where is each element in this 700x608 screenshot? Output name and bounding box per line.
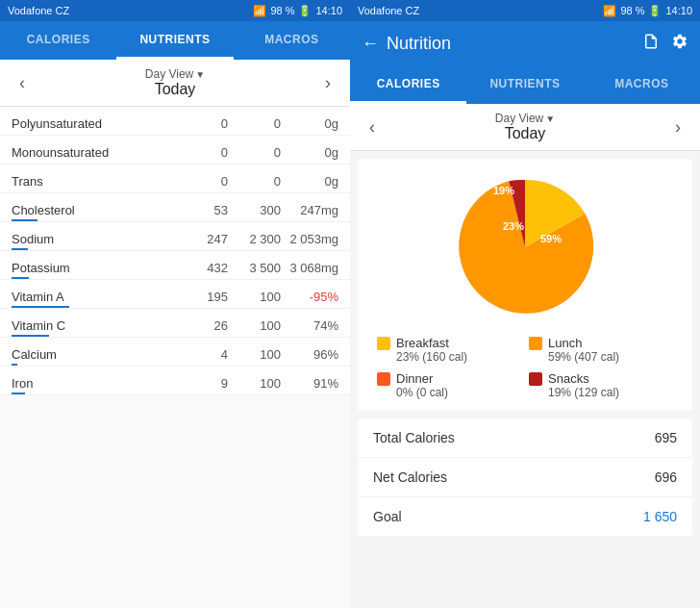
- nutrient-remaining: 247mg: [281, 203, 338, 217]
- legend-text-dinner: Dinner 0% (0 cal): [396, 371, 448, 399]
- legend-color-dinner: [377, 372, 390, 386]
- nutrient-value: 0: [175, 116, 228, 131]
- right-icons-left: 📶 98 % 🔋 14:10: [253, 5, 342, 17]
- next-day-left[interactable]: ›: [317, 69, 338, 97]
- nutrient-remaining: -95%: [281, 290, 338, 304]
- back-button[interactable]: ←: [362, 34, 379, 54]
- nutrient-name: Sodium: [12, 232, 175, 246]
- tab-calories-right[interactable]: CALORIES: [350, 65, 466, 104]
- pie-section: 23% 59% 19% Breakfast 23% (160 cal): [358, 159, 692, 411]
- battery-icon-left: 🔋: [298, 5, 312, 17]
- nutrient-value: 26: [175, 318, 228, 333]
- stat-goal: Goal 1 650: [358, 497, 692, 536]
- tab-calories-left[interactable]: CALORIES: [0, 21, 116, 60]
- nutrient-row: Calcium 4 100 96%: [0, 338, 350, 367]
- nutrient-name: Trans: [12, 174, 175, 189]
- time-left: 14:10: [315, 5, 342, 16]
- dropdown-icon-left[interactable]: ▼: [195, 69, 205, 80]
- nutrient-row: Monounsaturated 0 0 0g: [0, 136, 350, 165]
- battery-left: 98 %: [270, 5, 294, 16]
- nutrient-name: Monounsaturated: [12, 145, 175, 160]
- nutrient-remaining: 74%: [281, 318, 338, 333]
- nutrient-remaining: 0g: [281, 145, 338, 160]
- nutrient-row: Potassium 432 3 500 3 068mg: [0, 251, 350, 280]
- time-right: 14:10: [665, 5, 692, 16]
- nutrients-list: Polyunsaturated 0 0 0g Monounsaturated 0…: [0, 107, 350, 608]
- right-icons-right: 📶 98 % 🔋 14:10: [603, 5, 692, 17]
- nutrient-remaining: 91%: [281, 376, 338, 391]
- tab-bar-left: CALORIES NUTRIENTS MACROS: [0, 21, 350, 60]
- legend-text-lunch: Lunch 59% (407 cal): [548, 336, 619, 364]
- stat-total-calories: Total Calories 695: [358, 418, 692, 458]
- nutrient-row: Cholesterol 53 300 247mg: [0, 193, 350, 222]
- nutrient-remaining: 96%: [281, 347, 338, 362]
- nutrient-row: Vitamin A 195 100 -95%: [0, 280, 350, 309]
- nutrient-row: Vitamin C 26 100 74%: [0, 309, 350, 338]
- prev-day-left[interactable]: ‹: [12, 69, 33, 97]
- nutrient-name: Vitamin A: [12, 290, 175, 304]
- pie-legend: Breakfast 23% (160 cal) Lunch 59% (407 c…: [369, 336, 681, 399]
- signal-icon-right: 📶: [603, 5, 616, 17]
- nutrient-goal: 100: [228, 347, 281, 362]
- nutrient-name: Polyunsaturated: [12, 116, 175, 131]
- pie-label-breakfast: 23%: [503, 220, 524, 232]
- left-phone: Vodafone CZ 📶 98 % 🔋 14:10 CALORIES NUTR…: [0, 0, 350, 608]
- nutrient-name: Calcium: [12, 347, 175, 362]
- tab-macros-left[interactable]: MACROS: [234, 21, 350, 60]
- legend-lunch: Lunch 59% (407 cal): [529, 336, 673, 364]
- nutrient-name: Iron: [12, 376, 175, 391]
- pie-label-snacks: 19%: [493, 185, 514, 196]
- nutrient-row: Polyunsaturated 0 0 0g: [0, 107, 350, 136]
- dropdown-icon-right[interactable]: ▼: [545, 114, 555, 124]
- nutrient-value: 0: [175, 145, 228, 160]
- tab-macros-right[interactable]: MACROS: [584, 65, 700, 104]
- pie-svg: 23% 59% 19%: [448, 170, 602, 324]
- nutrient-value: 9: [175, 376, 228, 391]
- nutrient-goal: 2 300: [228, 232, 281, 246]
- day-view-label-right: Day View ▼: [495, 112, 555, 125]
- nutrient-remaining: 3 068mg: [281, 261, 338, 275]
- nutrient-goal: 3 500: [228, 261, 281, 275]
- battery-right: 98 %: [620, 5, 644, 16]
- file-icon[interactable]: [642, 33, 660, 55]
- stats-section: Total Calories 695 Net Calories 696 Goal…: [358, 418, 692, 536]
- day-nav-right: ‹ Day View ▼ Today ›: [350, 104, 700, 151]
- nutrient-row: Sodium 247 2 300 2 053mg: [0, 222, 350, 251]
- next-day-right[interactable]: ›: [667, 114, 688, 141]
- right-phone: Vodafone CZ 📶 98 % 🔋 14:10 ← Nutrition: [350, 0, 700, 608]
- nutrient-goal: 100: [228, 376, 281, 391]
- day-info-right: Day View ▼ Today: [495, 112, 555, 142]
- legend-color-snacks: [529, 372, 542, 386]
- legend-text-snacks: Snacks 19% (129 cal): [548, 371, 619, 399]
- nutrient-value: 4: [175, 347, 228, 362]
- legend-text-breakfast: Breakfast 23% (160 cal): [396, 336, 467, 364]
- carrier-left: Vodafone CZ: [8, 5, 69, 16]
- nutrient-goal: 0: [228, 116, 281, 131]
- prev-day-right[interactable]: ‹: [362, 114, 383, 141]
- pie-label-lunch: 59%: [540, 233, 562, 244]
- status-bar-right: Vodafone CZ 📶 98 % 🔋 14:10: [350, 0, 700, 21]
- nutrient-name: Cholesterol: [12, 203, 175, 217]
- tab-nutrients-right[interactable]: NUTRIENTS: [466, 65, 583, 104]
- nutrient-name: Potassium: [12, 261, 175, 275]
- app-bar-right: ← Nutrition: [350, 21, 700, 65]
- day-info-left: Day View ▼ Today: [145, 67, 205, 98]
- legend-dinner: Dinner 0% (0 cal): [377, 371, 521, 399]
- day-nav-left: ‹ Day View ▼ Today ›: [0, 60, 350, 107]
- nutrient-goal: 300: [228, 203, 281, 217]
- signal-icon-left: 📶: [253, 5, 266, 17]
- nutrient-row: Iron 9 100 91%: [0, 367, 350, 395]
- nutrient-value: 247: [175, 232, 228, 246]
- nutrient-remaining: 0g: [281, 116, 338, 131]
- battery-icon-right: 🔋: [648, 5, 662, 17]
- day-view-label-left: Day View ▼: [145, 67, 205, 81]
- nutrient-remaining: 0g: [281, 174, 338, 189]
- gear-icon[interactable]: [671, 33, 688, 55]
- day-title-left: Today: [145, 81, 205, 98]
- nutrient-goal: 100: [228, 290, 281, 304]
- tab-bar-right: CALORIES NUTRIENTS MACROS: [350, 65, 700, 104]
- tab-nutrients-left[interactable]: NUTRIENTS: [116, 21, 233, 60]
- nutrient-value: 432: [175, 261, 228, 275]
- nutrient-name: Vitamin C: [12, 318, 175, 333]
- legend-color-lunch: [529, 337, 542, 350]
